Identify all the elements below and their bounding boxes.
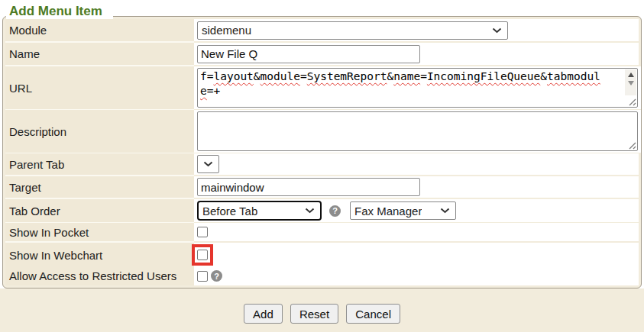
row-url: URL f=layout&module=SystemReport&name=In… bbox=[5, 66, 639, 110]
add-button[interactable]: Add bbox=[244, 304, 283, 324]
parent-tab-select[interactable] bbox=[197, 155, 219, 173]
row-parent-tab: Parent Tab bbox=[5, 153, 639, 176]
row-description: Description bbox=[5, 110, 639, 153]
scroll-up-icon[interactable] bbox=[628, 73, 634, 77]
row-target: Target bbox=[5, 176, 639, 199]
resize-grip-icon[interactable] bbox=[627, 140, 636, 150]
chevron-down-icon bbox=[492, 27, 502, 34]
target-input[interactable] bbox=[197, 178, 420, 196]
row-show-in-pocket: Show In Pocket bbox=[5, 223, 639, 243]
allow-restricted-checkbox[interactable] bbox=[197, 271, 208, 282]
url-scrollbar[interactable] bbox=[625, 69, 636, 95]
row-module: Module sidemenu bbox=[5, 19, 639, 43]
name-input[interactable] bbox=[197, 45, 420, 63]
reset-button[interactable]: Reset bbox=[290, 304, 338, 324]
help-icon[interactable]: ? bbox=[211, 270, 222, 282]
url-text: f=layout&module=SystemReport&name=Incomi… bbox=[198, 69, 623, 99]
resize-grip-icon[interactable] bbox=[627, 97, 636, 106]
url-textarea[interactable]: f=layout&module=SystemReport&name=Incomi… bbox=[197, 68, 638, 108]
show-in-webchart-label: Show In Webchart bbox=[5, 243, 194, 269]
row-allow-restricted: Allow Access to Restricted Users ? bbox=[5, 266, 639, 285]
button-bar: Add Reset Cancel bbox=[0, 288, 644, 332]
help-icon[interactable]: ? bbox=[329, 205, 341, 217]
module-label: Module bbox=[5, 19, 194, 43]
module-select[interactable]: sidemenu bbox=[197, 21, 508, 40]
description-label: Description bbox=[5, 110, 194, 154]
show-in-webchart-checkbox[interactable] bbox=[197, 250, 208, 260]
url-label: URL bbox=[5, 66, 194, 111]
chevron-down-icon bbox=[305, 208, 315, 214]
row-tab-order: Tab Order Before Tab ? Fax Manager bbox=[5, 199, 639, 223]
chevron-down-icon bbox=[203, 161, 213, 167]
annotation-highlight-box bbox=[192, 244, 213, 266]
page-title: Add Menu Item bbox=[6, 4, 113, 19]
tab-order-label: Tab Order bbox=[5, 199, 194, 224]
description-textarea[interactable] bbox=[197, 111, 638, 151]
cancel-button[interactable]: Cancel bbox=[346, 304, 400, 324]
description-text bbox=[198, 112, 623, 114]
name-label: Name bbox=[5, 43, 194, 66]
chevron-down-icon bbox=[440, 208, 450, 214]
adjacent-tab-select[interactable]: Fax Manager bbox=[350, 201, 456, 220]
show-in-pocket-checkbox[interactable] bbox=[197, 227, 208, 237]
show-in-pocket-label: Show In Pocket bbox=[5, 223, 194, 243]
row-show-in-webchart: Show In Webchart bbox=[5, 243, 639, 266]
allow-restricted-label: Allow Access to Restricted Users bbox=[5, 266, 194, 285]
tab-order-select[interactable]: Before Tab bbox=[197, 201, 322, 221]
row-name: Name bbox=[5, 43, 639, 66]
tab-order-select-value: Before Tab bbox=[202, 205, 257, 218]
add-menu-item-fieldset: Add Menu Item Module sidemenu Name URL f… bbox=[2, 16, 642, 288]
parent-tab-label: Parent Tab bbox=[5, 153, 194, 176]
target-label: Target bbox=[5, 176, 194, 199]
scroll-down-icon[interactable] bbox=[628, 81, 634, 85]
adjacent-tab-select-value: Fax Manager bbox=[354, 205, 422, 218]
module-select-value: sidemenu bbox=[202, 24, 251, 37]
